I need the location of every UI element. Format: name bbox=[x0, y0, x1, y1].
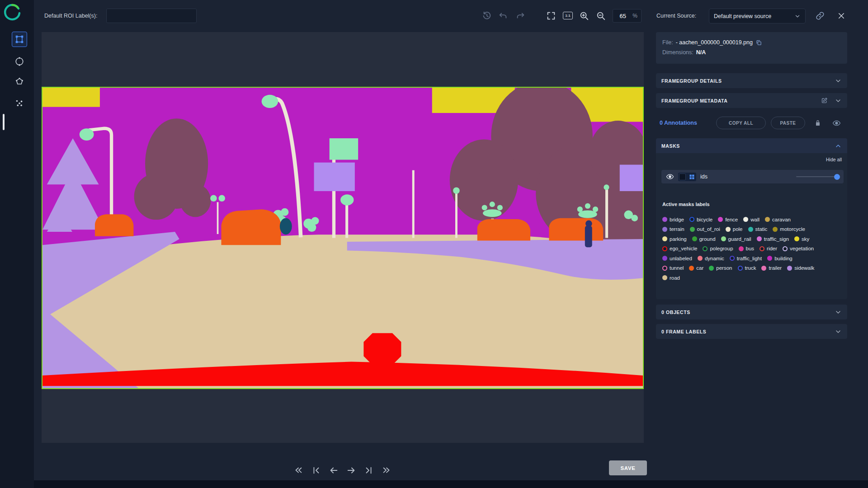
mask-label-chip[interactable]: pole bbox=[726, 226, 743, 233]
edit-icon[interactable] bbox=[821, 97, 828, 104]
framegroup-details-section[interactable]: FRAMEGROUP DETAILS bbox=[656, 73, 847, 88]
mask-label-chip[interactable]: static bbox=[748, 226, 768, 233]
mask-color-dot bbox=[662, 275, 667, 280]
double-chevron-left-icon bbox=[293, 465, 304, 475]
mask-color-dot bbox=[738, 266, 743, 271]
panel-handle[interactable] bbox=[3, 114, 5, 130]
mask-label-chip[interactable]: parking bbox=[662, 235, 687, 242]
zoom-100-button[interactable]: 1:1 bbox=[563, 12, 573, 19]
mask-label-text: unlabeled bbox=[670, 256, 692, 261]
link-icon bbox=[816, 11, 826, 20]
mask-label-text: polegroup bbox=[710, 246, 733, 251]
mask-label-chip[interactable]: dynamic bbox=[698, 255, 724, 262]
current-source-select[interactable]: Default preview source bbox=[709, 9, 806, 23]
ellipse-icon bbox=[14, 56, 24, 66]
mask-label-chip[interactable]: building bbox=[767, 255, 793, 262]
bounding-box-tool-button[interactable] bbox=[12, 32, 27, 47]
ellipse-tool-button[interactable] bbox=[12, 54, 27, 69]
paste-button[interactable]: PASTE bbox=[771, 117, 805, 129]
segmentation-image[interactable] bbox=[42, 87, 644, 389]
mask-label-chip[interactable]: tunnel bbox=[662, 265, 684, 272]
mask-color-dot bbox=[689, 266, 694, 271]
close-button[interactable] bbox=[837, 11, 847, 21]
mask-label-chip[interactable]: road bbox=[662, 274, 680, 281]
hide-all-button[interactable]: Hide all bbox=[826, 157, 842, 162]
mask-render-mode-toggle[interactable] bbox=[678, 173, 696, 181]
mask-label-chip[interactable]: terrain bbox=[662, 226, 684, 233]
grid-icon bbox=[689, 174, 695, 180]
mask-label-chip[interactable]: caravan bbox=[765, 216, 791, 223]
frame-labels-section[interactable]: 0 FRAME LABELS bbox=[656, 324, 847, 339]
slider-thumb[interactable] bbox=[834, 174, 840, 180]
save-button[interactable]: SAVE bbox=[609, 460, 647, 475]
masks-section-header[interactable]: MASKS bbox=[656, 138, 847, 153]
mask-label-text: pole bbox=[733, 226, 743, 232]
mask-label-chip[interactable]: out_of_roi bbox=[690, 226, 720, 233]
mask-label-chip[interactable]: wall bbox=[743, 216, 760, 223]
mask-label-chip[interactable]: vegetation bbox=[783, 245, 814, 252]
mask-color-dot bbox=[662, 227, 667, 232]
zoom-in-button[interactable] bbox=[579, 10, 590, 21]
mask-color-dot bbox=[662, 236, 667, 241]
history-button[interactable] bbox=[482, 10, 493, 21]
lock-annotations-button[interactable] bbox=[814, 119, 822, 127]
mask-label-chip[interactable]: person bbox=[709, 265, 732, 272]
mask-label-chip[interactable]: bus bbox=[739, 245, 755, 252]
mask-label-chip[interactable]: ego_vehicle bbox=[662, 245, 697, 252]
copy-icon bbox=[755, 39, 763, 46]
objects-title: 0 OBJECTS bbox=[661, 310, 690, 315]
mask-label-chip[interactable]: truck bbox=[738, 265, 756, 272]
copy-filename-button[interactable] bbox=[755, 39, 763, 46]
arrow-left-icon bbox=[329, 465, 340, 475]
mask-label-chip[interactable]: sidewalk bbox=[787, 265, 814, 272]
mask-label-text: sidewalk bbox=[794, 265, 814, 271]
objects-section[interactable]: 0 OBJECTS bbox=[656, 305, 847, 319]
lock-icon bbox=[814, 119, 822, 127]
fit-to-screen-button[interactable] bbox=[546, 10, 557, 21]
polygon-icon bbox=[14, 77, 24, 87]
toggle-annotations-visibility-button[interactable] bbox=[832, 118, 841, 127]
mask-label-chip[interactable]: bridge bbox=[662, 216, 684, 223]
zoom-out-button[interactable] bbox=[596, 10, 607, 21]
points-tool-button[interactable] bbox=[12, 96, 27, 111]
mask-label-chip[interactable]: traffic_light bbox=[730, 255, 762, 262]
mask-label-chip[interactable]: motorcycle bbox=[773, 226, 805, 233]
copy-all-button[interactable]: COPY ALL bbox=[716, 117, 766, 129]
image-canvas[interactable] bbox=[42, 32, 644, 443]
mask-label-chip[interactable]: trailer bbox=[761, 265, 782, 272]
previous-frame-button[interactable] bbox=[329, 465, 340, 476]
framegroup-metadata-section[interactable]: FRAMEGROUP METADATA bbox=[656, 93, 847, 108]
frame-navigation-bar bbox=[42, 460, 644, 480]
skip-forward-button[interactable] bbox=[382, 465, 392, 476]
chevron-up-icon bbox=[835, 142, 842, 150]
close-icon bbox=[837, 12, 847, 20]
mask-label-chip[interactable]: ground bbox=[692, 235, 716, 242]
skip-backward-button[interactable] bbox=[293, 465, 304, 476]
mask-label-chip[interactable]: traffic_sign bbox=[757, 235, 789, 242]
mask-color-dot bbox=[662, 266, 667, 271]
last-frame-button[interactable] bbox=[364, 465, 375, 476]
mask-label-chip[interactable]: bicycle bbox=[689, 216, 712, 223]
mask-label-text: caravan bbox=[772, 217, 791, 222]
copy-link-button[interactable] bbox=[816, 11, 826, 21]
roi-label-input[interactable] bbox=[106, 9, 197, 23]
mask-visibility-button[interactable] bbox=[666, 173, 674, 181]
polygon-tool-button[interactable] bbox=[12, 74, 27, 89]
mask-label-chip[interactable]: guard_rail bbox=[721, 235, 751, 242]
redo-button[interactable] bbox=[515, 10, 526, 21]
first-frame-button[interactable] bbox=[311, 465, 322, 476]
mask-opacity-slider[interactable] bbox=[796, 174, 839, 180]
mask-label-chip[interactable]: polegroup bbox=[703, 245, 733, 252]
dimensions-label: Dimensions: bbox=[662, 49, 693, 56]
zoom-level-input[interactable] bbox=[613, 12, 632, 20]
undo-button[interactable] bbox=[498, 10, 509, 21]
mask-label-chip[interactable]: sky bbox=[794, 235, 809, 242]
current-source-value: Default preview source bbox=[714, 13, 771, 19]
file-name: - aachen_000000_000019.png bbox=[676, 39, 753, 46]
mask-label-text: out_of_roi bbox=[697, 226, 720, 232]
mask-label-chip[interactable]: fence bbox=[718, 216, 738, 223]
mask-label-chip[interactable]: rider bbox=[760, 245, 777, 252]
mask-label-chip[interactable]: car bbox=[689, 265, 703, 272]
mask-label-chip[interactable]: unlabeled bbox=[662, 255, 692, 262]
next-frame-button[interactable] bbox=[346, 465, 357, 476]
